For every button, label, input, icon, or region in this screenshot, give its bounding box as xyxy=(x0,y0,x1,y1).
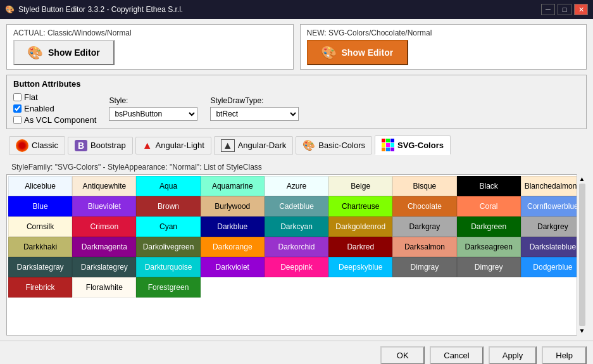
color-cell[interactable]: Black xyxy=(457,176,521,196)
color-cell[interactable]: Darkturquoise xyxy=(136,257,200,277)
bootstrap-label: Bootstrap xyxy=(91,141,126,150)
color-cell[interactable]: Crimson xyxy=(72,217,136,237)
maximize-button[interactable]: □ xyxy=(558,4,571,15)
color-cell[interactable]: Dodgerblue xyxy=(521,257,585,277)
styledrawtype-select[interactable]: btRect xyxy=(210,107,299,121)
apply-button[interactable]: Apply xyxy=(489,346,537,364)
color-cell[interactable]: Darkkhaki xyxy=(8,237,72,257)
color-cell[interactable]: Brown xyxy=(136,196,200,217)
color-grid: AliceblueAntiquewhiteAquaAquamarineAzure… xyxy=(7,175,586,299)
color-cell[interactable]: Darkcyan xyxy=(265,217,328,237)
ok-button[interactable]: OK xyxy=(380,346,425,364)
color-cell[interactable]: Blue xyxy=(8,196,72,217)
tab-svg-colors[interactable]: SVG-Colors xyxy=(375,135,451,155)
color-grid-wrapper: AliceblueAntiquewhiteAquaAquamarineAzure… xyxy=(6,174,587,336)
style-select[interactable]: bsPushButton xyxy=(109,107,197,121)
style-group: Style: bsPushButton xyxy=(109,96,197,121)
tab-basic-colors[interactable]: 🎨 Basic-Colors xyxy=(296,136,372,154)
color-cell[interactable]: Darkviolet xyxy=(201,257,265,277)
app-icon: 🎨 xyxy=(5,5,15,14)
palette-icon-new: 🎨 xyxy=(321,45,337,60)
color-cell[interactable]: Blanchedalmond xyxy=(521,176,585,196)
color-cell[interactable]: Darkblue xyxy=(201,217,265,237)
color-grid-container[interactable]: AliceblueAntiquewhiteAquaAquamarineAzure… xyxy=(6,174,587,336)
basic-colors-label: Basic-Colors xyxy=(318,141,365,150)
styledrawtype-label: StyleDrawType: xyxy=(210,96,299,105)
attrs-title: Button Attributes xyxy=(13,79,580,89)
color-cell[interactable]: Darkslateblue xyxy=(521,237,585,257)
color-cell[interactable]: Darkslategray xyxy=(8,257,72,277)
color-cell[interactable]: Darkorchid xyxy=(265,237,328,257)
new-panel: NEW: SVG-Colors/Chocolate/Normal 🎨 Show … xyxy=(300,24,587,70)
actual-show-editor-button[interactable]: 🎨 Show Editor xyxy=(13,40,115,65)
color-cell[interactable]: Cornsilk xyxy=(8,217,72,237)
color-cell[interactable]: Darkgrey xyxy=(521,217,585,237)
actual-show-editor-label: Show Editor xyxy=(48,47,100,58)
color-cell[interactable]: Darkseagreen xyxy=(457,237,521,257)
color-cell[interactable]: Aliceblue xyxy=(8,176,72,196)
color-cell[interactable]: Darkslategrey xyxy=(72,257,136,277)
angular-dark-label: Angular-Dark xyxy=(238,141,287,150)
angular-light-icon: ▲ xyxy=(142,140,153,151)
color-cell[interactable]: Beige xyxy=(328,176,392,196)
color-cell[interactable]: Cadetblue xyxy=(265,196,328,217)
color-cell[interactable]: Darkmagenta xyxy=(72,237,136,257)
tab-angular-dark[interactable]: ▲ Angular-Dark xyxy=(214,136,293,155)
cancel-button[interactable]: Cancel xyxy=(430,346,483,364)
tab-bootstrap[interactable]: B Bootstrap xyxy=(68,137,133,154)
close-button[interactable]: ✕ xyxy=(574,4,588,15)
color-cell[interactable]: Chocolate xyxy=(392,196,456,217)
scroll-down-arrow[interactable]: ▼ xyxy=(579,327,585,334)
color-cell[interactable]: Aqua xyxy=(136,176,200,196)
color-cell[interactable]: Deeppink xyxy=(265,257,328,277)
new-label: NEW: SVG-Colors/Chocolate/Normal xyxy=(307,28,580,37)
actual-panel: ACTUAL: Classic/Windows/Normal 🎨 Show Ed… xyxy=(6,24,294,70)
vcl-label: As VCL Component xyxy=(24,115,96,125)
vcl-checkbox[interactable] xyxy=(13,116,22,124)
color-cell[interactable]: Coral xyxy=(457,196,521,217)
color-cell[interactable]: Darkgray xyxy=(392,217,456,237)
color-cell[interactable]: Darkolivegreen xyxy=(136,237,200,257)
tab-classic[interactable]: Classic xyxy=(9,136,65,155)
scrollbar[interactable]: ▲ ▼ xyxy=(577,174,587,336)
style-family-label: StyleFamily: "SVG-Colors" - StyleAppeara… xyxy=(6,160,587,174)
actual-new-row: ACTUAL: Classic/Windows/Normal 🎨 Show Ed… xyxy=(6,24,587,70)
style-label: Style: xyxy=(109,96,197,105)
color-cell[interactable]: Antiquewhite xyxy=(72,176,136,196)
main-content: ACTUAL: Classic/Windows/Normal 🎨 Show Ed… xyxy=(0,19,593,341)
color-cell[interactable]: Dimgrey xyxy=(457,257,521,277)
color-cell[interactable]: Darkorange xyxy=(201,237,265,257)
actual-label: ACTUAL: Classic/Windows/Normal xyxy=(13,28,287,37)
color-cell[interactable]: Darkred xyxy=(328,237,392,257)
color-cell[interactable]: Deepskyblue xyxy=(328,257,392,277)
color-cell[interactable]: Floralwhite xyxy=(72,277,136,298)
flat-checkbox[interactable] xyxy=(13,93,22,101)
color-cell[interactable]: Darkgoldenrod xyxy=(328,217,392,237)
color-cell[interactable]: Bisque xyxy=(392,176,456,196)
color-cell[interactable]: Blueviolet xyxy=(72,196,136,217)
color-cell[interactable]: Burlywood xyxy=(201,196,265,217)
color-cell[interactable]: Azure xyxy=(265,176,328,196)
classic-icon xyxy=(16,139,28,152)
color-cell[interactable]: Cornflowerblue xyxy=(521,196,585,217)
color-cell[interactable]: Dimgray xyxy=(392,257,456,277)
button-attributes-section: Button Attributes Flat Enabled As VCL Co… xyxy=(6,75,587,129)
tab-angular-light[interactable]: ▲ Angular-Light xyxy=(135,137,211,154)
color-cell[interactable]: Darksalmon xyxy=(392,237,456,257)
basic-colors-icon: 🎨 xyxy=(303,139,315,151)
scroll-up-arrow[interactable]: ▲ xyxy=(579,175,585,182)
color-cell[interactable]: Aquamarine xyxy=(201,176,265,196)
title-bar: 🎨 Styled Button Editor 3.3.2 - Copyright… xyxy=(0,0,593,19)
color-cell[interactable]: Cyan xyxy=(136,217,200,237)
color-cell[interactable]: Firebrick xyxy=(8,277,72,298)
minimize-button[interactable]: ─ xyxy=(541,4,555,15)
enabled-checkbox[interactable] xyxy=(13,104,22,113)
scroll-thumb[interactable] xyxy=(579,184,585,326)
color-cell[interactable]: Darkgreen xyxy=(457,217,521,237)
help-button[interactable]: Help xyxy=(542,346,587,364)
window-title: Styled Button Editor 3.3.2 - Copyright E… xyxy=(18,5,183,14)
new-show-editor-button[interactable]: 🎨 Show Editor xyxy=(307,40,408,65)
angular-light-label: Angular-Light xyxy=(156,141,204,150)
color-cell[interactable]: Chartreuse xyxy=(328,196,392,217)
color-cell[interactable]: Forestgreen xyxy=(136,277,200,298)
